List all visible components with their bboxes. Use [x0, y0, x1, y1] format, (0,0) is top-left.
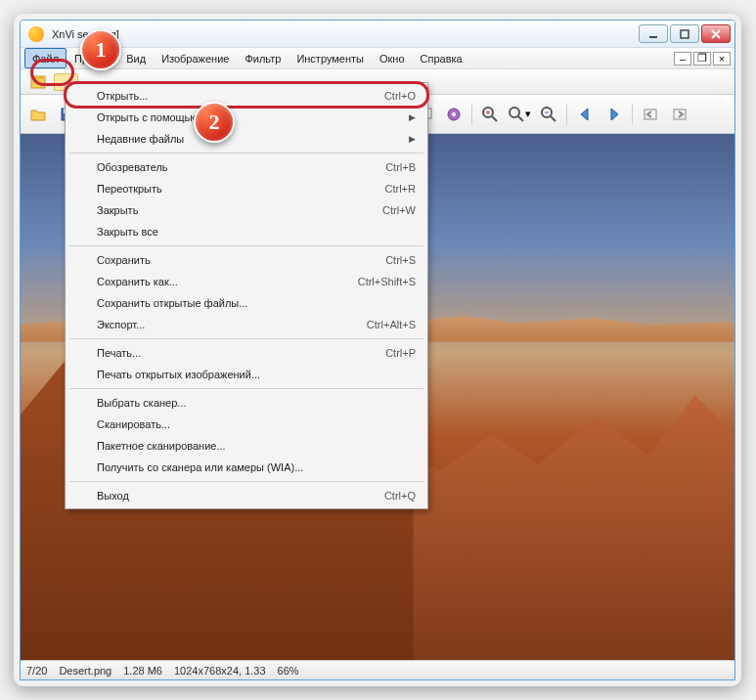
menu-item-20[interactable]: Получить со сканера или камеры (WIA)...: [67, 457, 425, 478]
menu-item-label: Переоткрыть: [97, 183, 162, 195]
svg-line-27: [518, 116, 523, 121]
menubar: Файл Правка Вид Изображение Фильтр Инстр…: [21, 48, 734, 69]
annotation-badge-1: 1: [80, 29, 121, 70]
status-index: 7/20: [26, 665, 47, 677]
menu-item-9[interactable]: СохранитьCtrl+S: [67, 249, 425, 271]
menu-item-15[interactable]: Печать открытых изображений...: [67, 364, 425, 385]
status-filename: Desert.png: [59, 665, 111, 677]
menu-item-12[interactable]: Экспорт...Ctrl+Alt+S: [67, 314, 425, 335]
menu-item-6[interactable]: ЗакрытьCtrl+W: [67, 199, 425, 221]
close-button[interactable]: [701, 24, 731, 43]
menu-item-label: Открыть...: [97, 90, 148, 102]
nav-back-icon[interactable]: [637, 101, 664, 128]
submenu-arrow-icon: ▶: [409, 112, 416, 122]
menu-item-shortcut: Ctrl+W: [382, 204, 416, 216]
menu-item-label: Сохранить как...: [97, 276, 178, 287]
menu-item-shortcut: Ctrl+B: [385, 161, 416, 173]
menu-item-label: Экспорт...: [97, 319, 145, 330]
nav-forward-icon[interactable]: [666, 101, 693, 128]
menu-item-19[interactable]: Пакетное сканирование...: [67, 435, 425, 457]
menu-item-shortcut: Ctrl+P: [385, 347, 416, 359]
window-title: XnVi sert.png]: [48, 28, 639, 40]
menu-item-label: Выбрать сканер...: [97, 397, 187, 409]
menu-item-shortcut: Ctrl+Q: [384, 490, 416, 502]
menu-item-shortcut: Ctrl+O: [384, 90, 416, 102]
menu-item-label: Обозреватель: [97, 161, 168, 173]
menu-item-22[interactable]: ВыходCtrl+Q: [67, 485, 425, 506]
menu-file[interactable]: Файл: [24, 48, 67, 68]
open-icon[interactable]: [24, 101, 52, 128]
menu-window[interactable]: Окно: [372, 48, 413, 68]
zoom-out-icon[interactable]: [535, 101, 562, 128]
menu-item-label: Печать открытых изображений...: [97, 369, 260, 380]
submenu-arrow-icon: ▶: [409, 134, 416, 144]
menu-item-label: Сканировать...: [97, 418, 170, 430]
menu-image[interactable]: Изображение: [154, 48, 237, 68]
menu-filter[interactable]: Фильтр: [237, 48, 289, 68]
menu-item-shortcut: Ctrl+R: [385, 183, 416, 195]
menu-item-10[interactable]: Сохранить как...Ctrl+Shift+S: [67, 271, 425, 292]
menu-item-label: Сохранить открытые файлы...: [97, 297, 247, 309]
app-icon: [28, 26, 44, 42]
menu-item-label: Получить со сканера или камеры (WIA)...: [97, 461, 303, 473]
annotation-badge-2: 2: [194, 102, 235, 143]
menu-help[interactable]: Справка: [413, 48, 470, 68]
menu-item-label: Пакетное сканирование...: [97, 440, 226, 452]
menu-tools[interactable]: Инструменты: [289, 48, 372, 68]
menu-item-17[interactable]: Выбрать сканер...: [67, 392, 425, 414]
menu-item-label: Недавние файлы: [97, 133, 184, 145]
menu-item-11[interactable]: Сохранить открытые файлы...: [67, 292, 425, 314]
menu-item-label: Закрыть все: [97, 226, 158, 238]
browser-tab-icon[interactable]: [24, 69, 52, 95]
status-filesize: 1.28 М6: [123, 665, 162, 677]
menu-item-label: Закрыть: [97, 204, 138, 216]
menu-item-label: Сохранить: [97, 254, 151, 266]
svg-point-26: [510, 108, 519, 117]
zoom-fit-icon[interactable]: ▾: [506, 101, 533, 128]
menu-item-label: Открыть с помощью: [97, 111, 199, 123]
menu-item-7[interactable]: Закрыть все: [67, 221, 425, 242]
menu-item-1[interactable]: Открыть с помощью▶: [67, 107, 425, 128]
menu-item-4[interactable]: ОбозревательCtrl+B: [67, 156, 425, 178]
minimize-button[interactable]: [639, 24, 668, 43]
menu-item-shortcut: Ctrl+S: [385, 254, 416, 266]
menu-item-18[interactable]: Сканировать...: [67, 414, 425, 435]
mdi-minimize-button[interactable]: –: [674, 52, 691, 66]
svg-rect-5: [31, 76, 45, 79]
menu-item-5[interactable]: ПереоткрытьCtrl+R: [67, 178, 425, 199]
svg-line-29: [551, 116, 556, 121]
menu-item-shortcut: Ctrl+Alt+S: [367, 319, 416, 330]
svg-rect-1: [681, 30, 689, 38]
maximize-button[interactable]: [670, 24, 699, 43]
menu-item-shortcut: Ctrl+Shift+S: [358, 276, 416, 287]
menu-item-0[interactable]: Открыть...Ctrl+O: [67, 85, 425, 107]
mdi-restore-button[interactable]: ❐: [693, 52, 711, 66]
status-zoom: 66%: [278, 665, 299, 677]
menu-item-2[interactable]: Недавние файлы▶: [67, 128, 425, 150]
options-icon[interactable]: [440, 101, 467, 128]
menu-view[interactable]: Вид: [118, 48, 154, 68]
titlebar[interactable]: XnVi sert.png]: [21, 21, 734, 48]
zoom-in-icon[interactable]: [476, 101, 504, 128]
svg-line-23: [492, 116, 497, 121]
status-bar: 7/20 Desert.png 1.28 М6 1024x768x24, 1.3…: [21, 660, 734, 679]
menu-item-label: Печать...: [97, 347, 141, 359]
prev-image-icon[interactable]: [571, 101, 599, 128]
svg-point-21: [452, 112, 456, 116]
menu-item-14[interactable]: Печать...Ctrl+P: [67, 342, 425, 364]
file-menu-dropdown: Открыть...Ctrl+OОткрыть с помощью▶Недавн…: [65, 82, 428, 509]
menu-item-label: Выход: [97, 490, 129, 502]
mdi-close-button[interactable]: ×: [713, 52, 731, 66]
next-image-icon[interactable]: [600, 101, 628, 128]
status-dimensions: 1024x768x24, 1.33: [174, 665, 266, 677]
